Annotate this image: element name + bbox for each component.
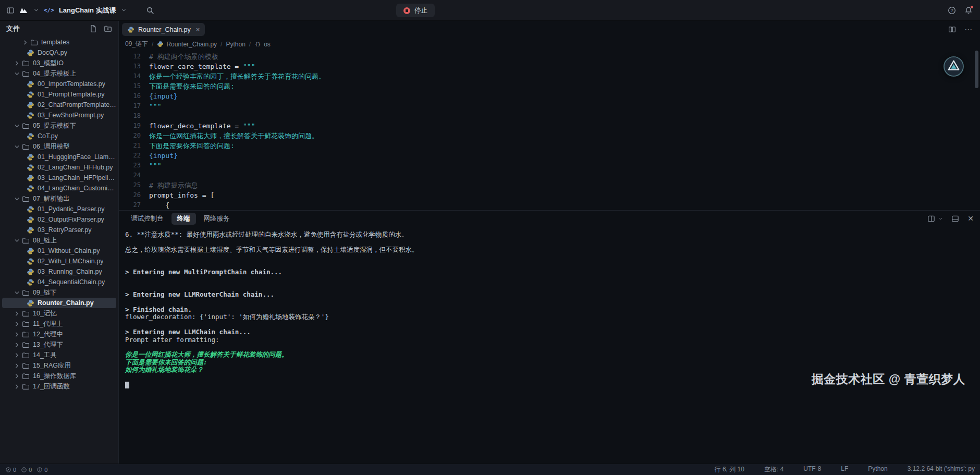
editor-scrollbar[interactable] [975, 51, 978, 88]
tree-file[interactable]: CoT.py [2, 131, 116, 141]
editor-tab-rounter-chain[interactable]: Rounter_Chain.py × [122, 23, 205, 36]
code-line[interactable]: 16{input} [119, 91, 980, 101]
tree-folder[interactable]: 11_代理上 [2, 319, 116, 329]
close-icon[interactable]: ✕ [967, 214, 974, 223]
panel-tab[interactable]: 终端 [172, 213, 196, 225]
problem-count: 0 [44, 467, 47, 473]
tree-folder[interactable]: 16_操作数据库 [2, 371, 116, 381]
problem-counter[interactable]: 0 [5, 467, 16, 473]
tree-folder[interactable]: 17_回调函数 [2, 381, 116, 392]
chevron-right-icon [14, 60, 20, 67]
terminal-line: Prompt after formatting: [125, 336, 974, 344]
tree-folder[interactable]: 13_代理下 [2, 339, 116, 350]
tree-folder[interactable]: 06_调用模型 [2, 141, 116, 152]
code-line[interactable]: 13flower_care_template = """ [119, 62, 980, 71]
status-item[interactable]: 3.12.2 64-bit ('shims': py [908, 465, 975, 474]
assistant-avatar-button[interactable] [943, 56, 964, 77]
breadcrumb-item[interactable]: {}os [254, 41, 271, 48]
code-line[interactable]: 12# 构建两个场景的模板 [119, 52, 980, 62]
ide-window: </> LangChain 实战课 停止 ? 文件 templatesDocQA… [0, 0, 980, 475]
code-line[interactable]: 22{input} [119, 151, 980, 161]
chevron-down-icon[interactable] [938, 216, 943, 221]
new-file-icon[interactable] [89, 25, 97, 33]
tree-folder[interactable]: 10_记忆 [2, 308, 116, 319]
tree-file[interactable]: 02_ChatPromptTemplate.py [2, 100, 116, 110]
status-item[interactable]: UTF-8 [803, 465, 821, 474]
help-icon[interactable]: ? [948, 6, 956, 15]
terminal-output[interactable]: 6. **注意水质**: 最好使用雨水或经过处理的自来水浇水，避免使用含有盐分或… [119, 226, 980, 464]
tree-file[interactable]: 01_Without_Chain.py [2, 246, 116, 256]
problem-counter[interactable]: 0 [36, 467, 47, 473]
panel-tab[interactable]: 调试控制台 [125, 213, 169, 225]
status-item[interactable]: 空格: 4 [764, 465, 783, 474]
tree-file[interactable]: 02_LangChain_HFHub.py [2, 162, 116, 173]
breadcrumb-item[interactable]: 09_链下 [125, 40, 148, 48]
code-line[interactable]: 19flower_deco_template = """ [119, 121, 980, 131]
tree-folder[interactable]: 04_提示模板上 [2, 68, 116, 79]
window-layout-icon[interactable] [6, 6, 15, 15]
code-line[interactable]: 27 { [119, 200, 980, 210]
tree-folder[interactable]: 03_模型IO [2, 58, 116, 68]
code-line[interactable]: 24 [119, 170, 980, 180]
code-line[interactable]: 20你是一位网红插花大师，擅长解答关于鲜花装饰的问题。 [119, 131, 980, 141]
code-line[interactable]: 18 [119, 111, 980, 121]
problem-count: 0 [29, 467, 32, 473]
chevron-down-icon[interactable] [121, 7, 127, 13]
breadcrumb-item[interactable]: Rounter_Chain.py [157, 41, 217, 48]
tree-file[interactable]: 01_Pydantic_Parser.py [2, 204, 116, 214]
stop-button[interactable]: 停止 [396, 4, 435, 17]
problem-counter[interactable]: 0 [21, 467, 32, 473]
tree-file[interactable]: 03_FewShotPrompt.py [2, 110, 116, 120]
tree-file[interactable]: 03_Running_Chain.py [2, 266, 116, 277]
status-item[interactable]: Python [868, 465, 887, 474]
chevron-right-icon [14, 373, 20, 380]
bell-icon[interactable] [964, 6, 973, 15]
tree-folder[interactable]: 14_工具 [2, 350, 116, 360]
code-line[interactable]: 14你是一个经验丰富的园丁，擅长解答关于养花育花的问题。 [119, 71, 980, 81]
line-number: 14 [119, 71, 141, 81]
search-icon[interactable] [146, 6, 154, 15]
tree-file[interactable]: 02_With_LLMChain.py [2, 256, 116, 266]
tree-folder[interactable]: 15_RAG应用 [2, 360, 116, 371]
tree-file[interactable]: 04_LangChain_CustomizeMod... [2, 183, 116, 193]
chevron-down-icon[interactable] [33, 7, 39, 13]
tree-folder[interactable]: 05_提示模板下 [2, 120, 116, 131]
panel-split-icon[interactable] [927, 215, 935, 223]
tree-file[interactable]: 03_LangChain_HFPipeline.py [2, 173, 116, 183]
tree-folder[interactable]: 07_解析输出 [2, 193, 116, 204]
code-line[interactable]: 23""" [119, 161, 980, 170]
code-line[interactable]: 21下面是需要你来回答的问题: [119, 141, 980, 151]
tree-folder[interactable]: 09_链下 [2, 287, 116, 298]
tree-file[interactable]: 03_RetryParser.py [2, 225, 116, 235]
tree-file[interactable]: Rounter_Chain.py [2, 298, 116, 308]
code-line[interactable]: 25# 构建提示信息 [119, 180, 980, 190]
code-line[interactable]: 17""" [119, 101, 980, 111]
tree-folder[interactable]: 12_代理中 [2, 329, 116, 339]
tree-folder[interactable]: 08_链上 [2, 235, 116, 246]
tree-file[interactable]: 00_ImportTemplates.py [2, 79, 116, 89]
folder-icon [22, 195, 30, 203]
terminal-line [125, 276, 974, 283]
project-name[interactable]: LangChain 实战课 [59, 6, 116, 15]
tree-file[interactable]: 04_SequentialChain.py [2, 277, 116, 287]
tree-file[interactable]: 01_HugggingFace_Llama.py [2, 152, 116, 162]
panel-tab[interactable]: 网络服务 [198, 213, 236, 225]
app-logo-icon[interactable] [19, 6, 29, 15]
close-icon[interactable]: × [196, 26, 200, 33]
new-folder-icon[interactable] [104, 25, 112, 33]
status-item[interactable]: LF [841, 465, 848, 474]
tree-file[interactable]: 02_OutputFixParser.py [2, 214, 116, 225]
tree-file[interactable]: 01_PromptTemplate.py [2, 89, 116, 100]
tree-file[interactable]: DocQA.py [2, 47, 116, 58]
code-token: flower_care_template = [149, 63, 243, 70]
tree-folder[interactable]: templates [2, 37, 116, 47]
more-actions-icon[interactable]: ⋯ [964, 25, 973, 34]
panel-layout-icon[interactable] [951, 215, 959, 223]
code-editor[interactable]: 12# 构建两个场景的模板13flower_care_template = ""… [119, 51, 980, 210]
code-line[interactable]: 26prompt_infos = [ [119, 190, 980, 200]
breadcrumb-item[interactable]: Python [226, 41, 245, 48]
split-editor-icon[interactable] [948, 26, 956, 33]
code-line[interactable]: 15下面是需要你来回答的问题: [119, 81, 980, 91]
status-item[interactable]: 行 6, 列 10 [715, 465, 744, 474]
tree-item-label: 01_Pydantic_Parser.py [38, 205, 105, 213]
